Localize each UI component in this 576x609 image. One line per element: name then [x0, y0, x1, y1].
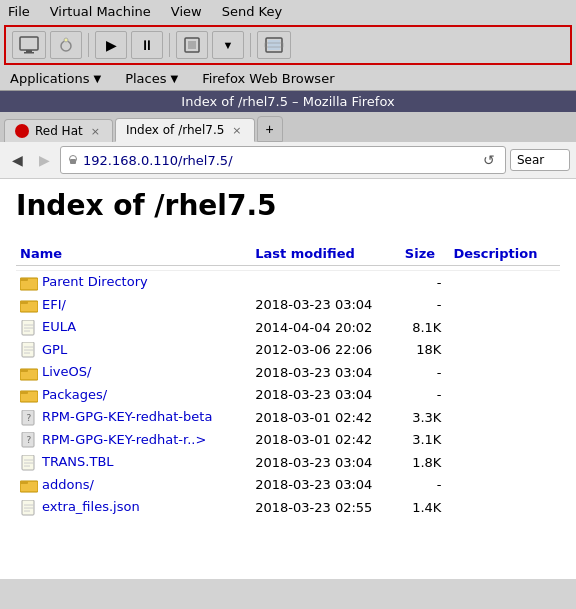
menu-view[interactable]: View — [167, 2, 206, 21]
cell-size: - — [401, 474, 450, 497]
tab-redhat-close[interactable]: × — [89, 125, 102, 138]
file-link[interactable]: RPM-GPG-KEY-redhat-beta — [42, 409, 212, 424]
search-bar[interactable]: Sear — [510, 149, 570, 171]
dropdown-icon: ▼ — [223, 39, 234, 51]
cell-name: ?RPM-GPG-KEY-redhat-beta — [16, 406, 251, 429]
window-title-text: Index of /rhel7.5 – Mozilla Firefox — [181, 94, 394, 109]
nav-bar: ◀ ▶ 192.168.0.110/rhel7.5/ ↺ Sear — [0, 142, 576, 179]
back-button[interactable]: ◀ — [6, 149, 29, 171]
col-name-link[interactable]: Name — [20, 246, 62, 261]
url-bar[interactable]: 192.168.0.110/rhel7.5/ ↺ — [60, 146, 506, 174]
file-link[interactable]: Packages/ — [42, 387, 107, 402]
col-date-link[interactable]: Last modified — [255, 246, 355, 261]
cell-size: 18K — [401, 339, 450, 362]
table-row: EULA 2014-04-04 20:02 8.1K — [16, 316, 560, 339]
pause-button[interactable]: ⏸ — [131, 31, 163, 59]
cell-name: extra_files.json — [16, 496, 251, 519]
cell-desc — [449, 451, 560, 474]
cell-size: - — [401, 384, 450, 407]
new-tab-button[interactable]: + — [257, 116, 283, 142]
table-row: TRANS.TBL 2018-03-23 03:04 1.8K — [16, 451, 560, 474]
svg-rect-8 — [268, 40, 280, 50]
forward-button[interactable]: ▶ — [33, 149, 56, 171]
col-header-name[interactable]: Name — [16, 242, 251, 266]
file-link[interactable]: extra_files.json — [42, 499, 140, 514]
fullscreen-button[interactable] — [257, 31, 291, 59]
col-size-link[interactable]: Size — [405, 246, 435, 261]
cell-name: Packages/ — [16, 384, 251, 407]
menu-vm[interactable]: Virtual Machine — [46, 2, 155, 21]
folder-icon — [20, 387, 38, 403]
menu-file[interactable]: File — [4, 2, 34, 21]
table-row: Packages/ 2018-03-23 03:04 - — [16, 384, 560, 407]
cell-desc — [449, 429, 560, 452]
cell-desc — [449, 316, 560, 339]
col-desc-link[interactable]: Description — [453, 246, 537, 261]
cell-size: - — [401, 294, 450, 317]
cell-name: GPL — [16, 339, 251, 362]
cell-date: 2018-03-01 02:42 — [251, 429, 401, 452]
file-link[interactable]: LiveOS/ — [42, 364, 91, 379]
cell-size: 3.1K — [401, 429, 450, 452]
toolbar-separator-3 — [250, 33, 251, 57]
table-row: extra_files.json 2018-03-23 02:55 1.4K — [16, 496, 560, 519]
page-content: Index of /rhel7.5 Name Last modified Siz… — [0, 179, 576, 579]
parent-dir-icon — [20, 275, 38, 291]
tab-bar: Red Hat × Index of /rhel7.5 × + — [0, 112, 576, 142]
col-header-desc[interactable]: Description — [449, 242, 560, 266]
cell-desc — [449, 339, 560, 362]
unknown-file-icon: ? — [20, 432, 38, 448]
search-placeholder: Sear — [517, 153, 544, 167]
cell-date: 2018-03-23 03:04 — [251, 361, 401, 384]
toolbar-separator-1 — [88, 33, 89, 57]
svg-rect-1 — [26, 50, 32, 52]
cell-desc — [449, 474, 560, 497]
menu-sendkey[interactable]: Send Key — [218, 2, 286, 21]
svg-rect-6 — [188, 41, 196, 49]
dropdown-button[interactable]: ▼ — [212, 31, 244, 59]
file-icon — [20, 455, 38, 471]
settings-button[interactable] — [176, 31, 208, 59]
col-header-date[interactable]: Last modified — [251, 242, 401, 266]
applications-label: Applications — [10, 71, 89, 86]
tab-redhat[interactable]: Red Hat × — [4, 119, 113, 142]
app-bar-places[interactable]: Places ▼ — [121, 69, 182, 88]
browser-container: Index of /rhel7.5 – Mozilla Firefox Red … — [0, 90, 576, 579]
reload-button[interactable]: ↺ — [479, 150, 499, 170]
tab-index[interactable]: Index of /rhel7.5 × — [115, 118, 255, 142]
monitor-button[interactable] — [12, 31, 46, 59]
file-icon — [20, 320, 38, 336]
svg-rect-15 — [20, 301, 28, 304]
file-link[interactable]: EFI/ — [42, 297, 66, 312]
places-arrow-icon: ▼ — [170, 73, 178, 84]
monitor-icon — [19, 36, 39, 54]
cell-size: 3.3K — [401, 406, 450, 429]
file-icon — [20, 342, 38, 358]
cell-size: 8.1K — [401, 316, 450, 339]
cell-date: 2018-03-23 02:55 — [251, 496, 401, 519]
svg-text:?: ? — [27, 413, 32, 423]
tab-index-close[interactable]: × — [230, 124, 243, 137]
cell-desc — [449, 384, 560, 407]
tab-index-label: Index of /rhel7.5 — [126, 123, 224, 137]
play-button[interactable]: ▶ — [95, 31, 127, 59]
file-link[interactable]: GPL — [42, 342, 67, 357]
file-link[interactable]: RPM-GPG-KEY-redhat-r..> — [42, 432, 206, 447]
col-header-size[interactable]: Size — [401, 242, 450, 266]
file-link[interactable]: addons/ — [42, 477, 94, 492]
cell-name: EULA — [16, 316, 251, 339]
file-link[interactable]: TRANS.TBL — [42, 454, 114, 469]
cell-date: 2018-03-01 02:42 — [251, 406, 401, 429]
table-row: LiveOS/ 2018-03-23 03:04 - — [16, 361, 560, 384]
cell-desc — [449, 406, 560, 429]
app-bar-firefox[interactable]: Firefox Web Browser — [198, 69, 338, 88]
svg-rect-25 — [20, 369, 28, 372]
power-button[interactable] — [50, 31, 82, 59]
file-link[interactable]: EULA — [42, 319, 76, 334]
svg-rect-27 — [20, 391, 28, 394]
applications-arrow-icon: ▼ — [93, 73, 101, 84]
file-icon — [20, 500, 38, 516]
cell-name: EFI/ — [16, 294, 251, 317]
file-link[interactable]: Parent Directory — [42, 274, 148, 289]
app-bar-applications[interactable]: Applications ▼ — [6, 69, 105, 88]
